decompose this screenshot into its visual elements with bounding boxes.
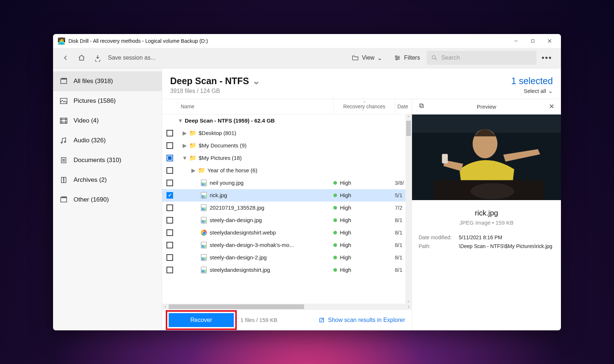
row-checkbox[interactable] <box>166 229 173 236</box>
table-row[interactable]: rick.jpgHigh5/1 <box>162 189 412 202</box>
chevron-down-icon: ⌄ <box>548 88 553 94</box>
table-row[interactable]: steely-dan-design-2.jpgHigh8/1 <box>162 251 412 264</box>
disclosure-triangle-icon[interactable]: ▶ <box>191 167 196 174</box>
sidebar-item-archives[interactable]: Archives (2) <box>53 170 162 190</box>
sidebar-item-audio[interactable]: Audio (326) <box>53 131 162 150</box>
sidebar-item-documents[interactable]: Documents (310) <box>53 150 162 170</box>
recovery-chance: High <box>340 204 351 211</box>
preview-close-button[interactable]: ✕ <box>547 102 556 110</box>
row-name: steely-dan-design-2.jpg <box>210 254 267 260</box>
minimize-button[interactable] <box>508 35 524 47</box>
column-recovery[interactable]: Recovery chances <box>333 99 395 114</box>
external-icon <box>318 317 325 323</box>
disclosure-triangle-icon[interactable]: ▼ <box>177 117 183 124</box>
filters-button[interactable]: Filters <box>389 50 425 65</box>
sidebar-item-other[interactable]: Other (1690) <box>53 190 162 210</box>
preview-pane: Preview ✕ <box>412 99 561 330</box>
column-name[interactable]: Name <box>177 99 333 114</box>
row-name: $Desktop (801) <box>199 130 236 136</box>
app-window: 🧑‍💻 Disk Drill - All recovery methods - … <box>53 34 561 330</box>
image-file-icon <box>201 192 207 199</box>
other-icon <box>60 196 68 203</box>
disclosure-triangle-icon[interactable]: ▶ <box>182 130 188 136</box>
preview-maximize-button[interactable] <box>417 103 426 110</box>
search-icon <box>431 55 438 61</box>
back-arrow-icon <box>61 54 70 62</box>
document-icon <box>60 157 68 164</box>
column-date[interactable]: Date <box>395 99 412 114</box>
group-row[interactable]: ▼ Deep Scan - NTFS (1959) - 62.4 GB <box>162 115 412 127</box>
disclosure-triangle-icon[interactable]: ▶ <box>182 142 188 149</box>
archive-icon <box>60 176 68 184</box>
image-file-icon <box>201 242 207 248</box>
save-session-button[interactable] <box>90 50 105 65</box>
table-row[interactable]: steely-dan-design-3-mohak's-mo...High8/1 <box>162 239 412 251</box>
close-button[interactable] <box>541 35 558 47</box>
copy-icon <box>419 103 424 109</box>
row-checkbox[interactable] <box>166 142 173 149</box>
column-headers: Name Recovery chances Date <box>162 99 412 115</box>
table-row[interactable]: ▼📁$My Pictures (18) <box>162 152 412 164</box>
status-dot-icon <box>333 218 337 222</box>
main-area: Deep Scan - NTFS ⌄ 3918 files / 124 GB 1… <box>162 68 561 330</box>
chevron-down-icon: ⌄ <box>252 76 260 86</box>
sidebar-item-pictures[interactable]: Pictures (1586) <box>53 91 162 111</box>
table-row[interactable]: steely-dan-design.jpgHigh8/1 <box>162 214 412 226</box>
row-name: 20210719_135528.jpg <box>210 204 264 211</box>
row-checkbox[interactable] <box>166 167 173 174</box>
status-dot-icon <box>333 231 337 234</box>
status-dot-icon <box>333 256 337 259</box>
picture-icon <box>60 97 68 105</box>
scrollbar-thumb[interactable] <box>169 304 304 309</box>
horizontal-scrollbar[interactable] <box>162 304 412 310</box>
row-checkbox[interactable] <box>166 180 173 186</box>
table-row[interactable]: 20210719_135528.jpgHigh7/2 <box>162 202 412 214</box>
row-checkbox[interactable] <box>166 130 173 136</box>
row-checkbox[interactable] <box>166 155 173 161</box>
recover-button[interactable]: Recover <box>169 313 234 327</box>
row-checkbox[interactable] <box>166 242 173 248</box>
scan-title-dropdown[interactable]: Deep Scan - NTFS ⌄ <box>170 76 260 86</box>
home-button[interactable] <box>74 50 89 65</box>
sidebar: All files (3918) Pictures (1586) Video (… <box>53 68 162 330</box>
row-checkbox[interactable] <box>166 267 173 273</box>
show-in-explorer-link[interactable]: Show scan results in Explorer <box>318 317 405 323</box>
row-checkbox[interactable] <box>166 217 173 224</box>
table-row[interactable]: neil young.jpgHigh3/8/ <box>162 177 412 189</box>
row-name: steely-dan-design-3-mohak's-mo... <box>210 242 294 248</box>
maximize-button[interactable] <box>524 35 541 47</box>
table-row[interactable]: ▶📁$Desktop (801) <box>162 127 412 139</box>
view-dropdown[interactable]: View ⌄ <box>347 50 387 65</box>
disclosure-triangle-icon[interactable]: ▼ <box>182 155 188 161</box>
content-area: Name Recovery chances Date ▼ Deep Scan -… <box>162 99 561 330</box>
row-checkbox[interactable] <box>166 204 173 211</box>
minimize-icon <box>514 39 518 43</box>
table-row[interactable]: ▶📁$My Documents (9) <box>162 139 412 152</box>
recovery-chance: High <box>340 267 351 273</box>
sidebar-item-all-files[interactable]: All files (3918) <box>53 71 162 91</box>
detail-row: Date modified: 5/11/2021 8:16 PM <box>419 234 554 240</box>
chrome-icon <box>201 230 207 236</box>
search-box[interactable] <box>427 51 536 65</box>
table-row[interactable]: ▶📁Year of the horse (6) <box>162 164 412 177</box>
row-checkbox[interactable] <box>166 192 173 199</box>
table-row[interactable]: steelydandesigntshirt.jpgHigh8/1 <box>162 264 412 276</box>
chevron-down-icon: ⌄ <box>377 55 382 61</box>
back-button[interactable] <box>58 50 73 65</box>
select-all-dropdown[interactable]: Select all ⌄ <box>511 88 553 94</box>
home-icon <box>78 54 86 62</box>
svg-rect-16 <box>420 105 423 108</box>
row-name: neil young.jpg <box>210 180 244 186</box>
scrollbar-thumb[interactable] <box>406 121 411 136</box>
svg-point-1 <box>396 56 397 57</box>
search-input[interactable] <box>441 55 532 61</box>
row-name: Year of the horse (6) <box>207 167 257 173</box>
more-options-button[interactable]: ••• <box>538 53 556 63</box>
folder-icon: 📁 <box>198 167 205 174</box>
body: All files (3918) Pictures (1586) Video (… <box>53 68 561 330</box>
sidebar-item-video[interactable]: Video (4) <box>53 111 162 131</box>
table-row[interactable]: steelydandesigntshirt.webpHigh8/1 <box>162 226 412 239</box>
row-checkbox[interactable] <box>166 254 173 261</box>
preview-header: Preview ✕ <box>412 99 561 115</box>
vertical-scrollbar[interactable] <box>405 115 412 304</box>
